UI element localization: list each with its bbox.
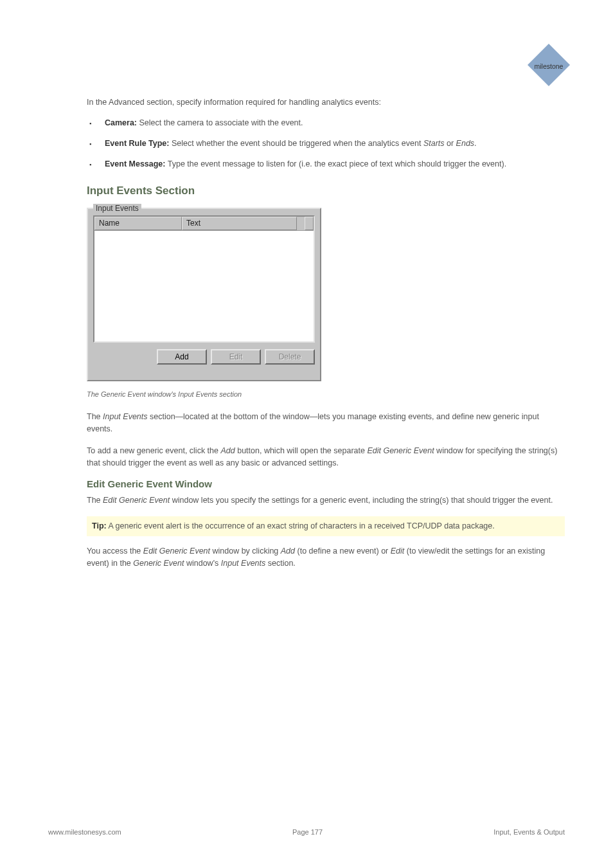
subsection-title-edit-generic: Edit Generic Event Window: [87, 478, 565, 489]
col-header-text[interactable]: Text: [182, 217, 297, 230]
delete-button: Delete: [265, 349, 315, 365]
para-input-events-desc: The Input Events section—located at the …: [87, 411, 565, 436]
para-add-event: To add a new generic event, click the Ad…: [87, 445, 565, 470]
add-button[interactable]: Add: [157, 349, 207, 365]
intro-text: In the Advanced section, specify informa…: [87, 96, 565, 109]
footer-url: www.milestonesys.com: [48, 828, 121, 836]
image-caption: The Generic Event window's Input Events …: [87, 390, 565, 398]
input-events-fieldset-image: Input Events Name Text Add Edit Delete: [87, 208, 565, 381]
para-edit-generic-desc: The Edit Generic Event window lets you s…: [87, 494, 565, 507]
svg-text:milestone: milestone: [535, 62, 564, 70]
table-header: Name Text: [94, 217, 314, 231]
section-title-input-events: Input Events Section: [87, 185, 565, 197]
col-header-scroll: [305, 217, 314, 230]
footer-page-number: Page 177: [292, 828, 323, 836]
col-header-name[interactable]: Name: [94, 217, 182, 230]
bullet-camera: Camera: Select the camera to associate w…: [105, 116, 565, 129]
fieldset-container: Input Events Name Text Add Edit Delete: [87, 208, 321, 381]
page-footer: www.milestonesys.com Page 177 Input, Eve…: [48, 828, 565, 836]
fieldset-legend: Input Events: [93, 204, 141, 213]
advanced-bullet-list: Camera: Select the camera to associate w…: [87, 116, 565, 170]
footer-section: Input, Events & Output: [493, 828, 565, 836]
para-access-edit-window: You access the Edit Generic Event window…: [87, 545, 565, 570]
brand-logo: milestone: [526, 42, 572, 91]
events-table: Name Text: [93, 215, 315, 343]
bullet-event-message: Event Message: Type the event message to…: [105, 158, 565, 170]
bullet-event-rule-type: Event Rule Type: Select whether the even…: [105, 137, 565, 150]
button-row: Add Edit Delete: [93, 349, 315, 365]
tip-box: Tip: A generic event alert is the occurr…: [87, 516, 565, 536]
edit-button: Edit: [211, 349, 261, 365]
